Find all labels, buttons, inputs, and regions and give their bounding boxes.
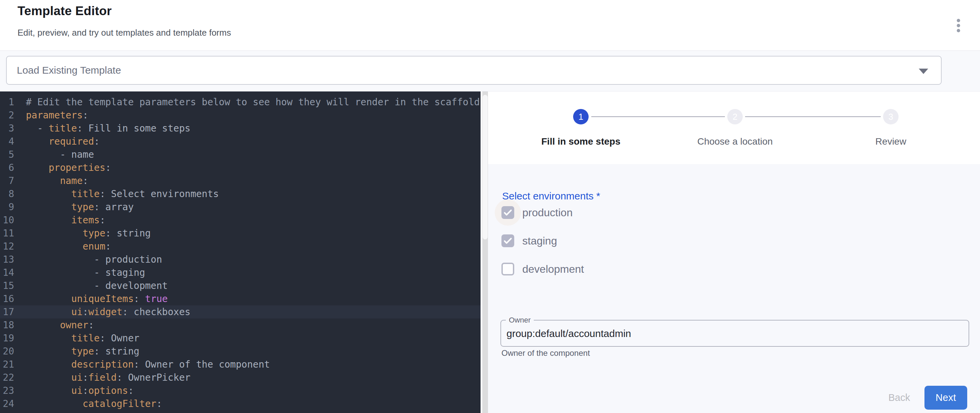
code-line[interactable]: 7 name: [0,174,480,187]
code-line[interactable]: 9 type: array [0,200,480,214]
load-template-bar [0,51,980,92]
checkbox-label: staging [522,235,557,247]
checkbox-label: production [522,206,573,219]
code-text: uniqueItems: true [26,292,168,305]
code-text: name: [26,174,88,187]
line-number: 23 [0,384,14,397]
code-text: - staging [26,266,145,279]
code-line[interactable]: 3 - title: Fill in some steps [0,122,480,135]
kebab-menu-icon [957,19,960,22]
kebab-menu-icon [957,24,960,27]
code-line[interactable]: 4 required: [0,135,480,148]
line-number: 15 [0,279,14,292]
line-number: 14 [0,266,14,279]
step-connector [591,116,725,117]
code-line[interactable]: 5 - name [0,148,480,161]
code-line[interactable]: 19 title: Owner [0,332,480,345]
app-header: Template Editor Edit, preview, and try o… [0,0,980,51]
code-line[interactable]: 21 description: Owner of the component [0,358,480,371]
line-number: 6 [0,161,14,174]
code-text: properties: [26,161,111,174]
line-number: 24 [0,397,14,410]
code-text: ui:options: [26,384,134,397]
code-text: description: Owner of the component [26,358,270,371]
step-3-circle: 3 [883,109,899,124]
line-number: 16 [0,292,14,305]
code-text: required: [26,135,100,148]
code-line[interactable]: 1# Edit the template parameters below to… [0,95,480,109]
code-text: - title: Fill in some steps [26,122,191,135]
checkbox-checked-icon [501,234,514,247]
line-number: 1 [0,95,14,109]
code-line[interactable]: 20 type: string [0,345,480,358]
code-text: - development [26,279,168,292]
template-editor-screen: Template Editor Edit, preview, and try o… [0,0,980,413]
line-number: 18 [0,318,14,332]
code-text: catalogFilter: [26,397,162,410]
code-line[interactable]: 8 title: Select environments [0,187,480,200]
checkbox-wrap [501,263,514,275]
page-subtitle: Edit, preview, and try out templates and… [18,28,231,38]
line-number: 13 [0,253,14,266]
code-text: parameters: [26,109,88,122]
line-number: 11 [0,227,14,240]
code-text: enum: [26,240,111,253]
code-line[interactable]: 14 - staging [0,266,480,279]
line-number: 9 [0,200,14,214]
code-line[interactable]: 22 ui:field: OwnerPicker [0,371,480,384]
line-number: 12 [0,240,14,253]
yaml-code-editor[interactable]: 1# Edit the template parameters below to… [0,92,480,413]
checkbox-wrap [501,234,514,247]
line-number: 22 [0,371,14,384]
code-line[interactable]: 24 catalogFilter: [0,397,480,410]
back-button[interactable]: Back [879,390,920,405]
step-connector [745,116,881,117]
owner-input[interactable] [506,324,958,343]
page-title: Template Editor [18,4,112,18]
code-line[interactable]: 23 ui:options: [0,384,480,397]
checkbox-option-development[interactable]: development [488,255,824,283]
code-line[interactable]: 6 properties: [0,161,480,174]
next-button[interactable]: Next [924,386,967,410]
line-number: 10 [0,214,14,227]
code-text: ui:widget: checkboxes [26,305,191,318]
code-line[interactable]: 2parameters: [0,109,480,122]
environment-checkbox-group: productionstagingdevelopment [488,199,824,283]
code-line[interactable]: 10 items: [0,214,480,227]
line-number: 8 [0,187,14,200]
step-1-circle: 1 [573,109,589,124]
owner-field[interactable]: Owner [500,316,969,347]
code-line[interactable]: 16 uniqueItems: true [0,292,480,305]
load-existing-template-input[interactable] [7,57,941,84]
line-number: 3 [0,122,14,135]
step-3-label: Review [824,136,958,147]
checkbox-option-staging[interactable]: staging [488,227,824,255]
code-line[interactable]: 17 ui:widget: checkboxes [0,305,480,318]
load-existing-template-select[interactable] [6,56,942,85]
checkbox-unchecked-icon [501,263,514,275]
owner-helper-text: Owner of the component [501,348,590,358]
code-text: # Edit the template parameters below to … [26,95,480,109]
code-text: - production [26,253,162,266]
line-number: 19 [0,332,14,345]
code-line[interactable]: 15 - development [0,279,480,292]
line-number: 7 [0,174,14,187]
step-1-label: Fill in some steps [514,136,648,147]
code-text: title: Owner [26,332,139,345]
code-line[interactable]: 13 - production [0,253,480,266]
code-line[interactable]: 11 type: string [0,227,480,240]
step-2-label: Choose a location [668,136,802,147]
line-number: 17 [0,305,14,318]
code-text: type: string [26,345,139,358]
code-text: type: string [26,227,151,240]
checkbox-checked-icon [501,206,514,219]
editor-scrollbar[interactable] [482,92,488,413]
editor-scrollbar-thumb[interactable] [483,95,488,240]
more-options-button[interactable] [952,15,965,37]
code-line[interactable]: 18 owner: [0,318,480,332]
code-text: ui:field: OwnerPicker [26,371,191,384]
checkbox-option-production[interactable]: production [488,199,824,227]
kebab-menu-icon [957,29,960,32]
code-text: owner: [26,318,94,332]
code-line[interactable]: 12 enum: [0,240,480,253]
